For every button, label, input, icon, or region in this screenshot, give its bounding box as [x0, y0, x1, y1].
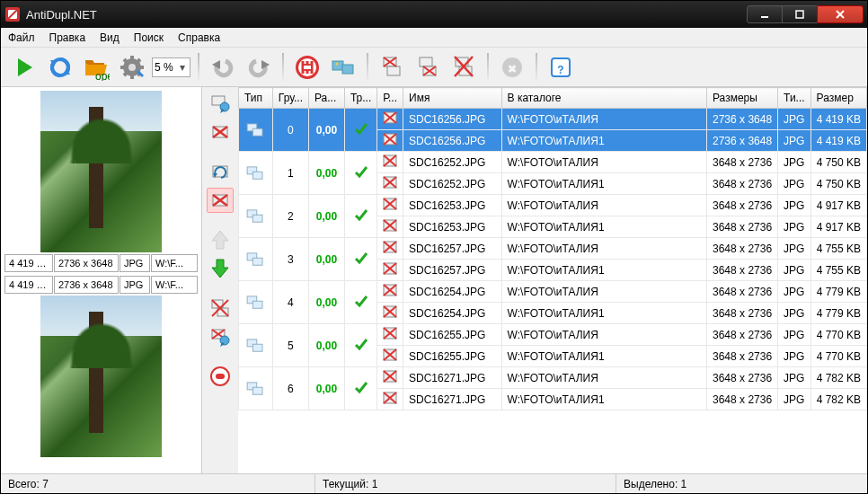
file-type: JPG [778, 260, 811, 281]
file-dir: W:\FOTO\иТАЛИЯ [501, 281, 706, 303]
svg-point-12 [128, 64, 136, 71]
file-size: 4 917 KB [810, 216, 866, 238]
table-row[interactable]: 00,00SDC16256.JPGW:\FOTO\иТАЛИЯ2736 x 36… [239, 109, 867, 130]
delete-icon[interactable] [377, 389, 403, 410]
preview-second-info: 4 419 KB 2736 x 3648 JPG W:\F... [4, 274, 198, 296]
type-icon [239, 152, 273, 195]
action-rotate-button[interactable] [207, 159, 234, 184]
file-dim: 3648 x 2736 [707, 324, 778, 346]
file-name: SDC16257.JPG [403, 260, 502, 281]
table-row[interactable]: 20,00SDC16253.JPGW:\FOTO\иТАЛИЯ3648 x 27… [239, 195, 867, 216]
column-header[interactable]: Размер [810, 88, 866, 109]
type-icon [239, 281, 273, 324]
group-index: 5 [272, 324, 308, 367]
column-header[interactable]: Гру... [272, 88, 308, 109]
delete-icon[interactable] [377, 109, 403, 130]
threshold-value: 5 % [155, 61, 173, 74]
open-folder-button[interactable]: open [80, 51, 112, 84]
file-name: SDC16255.JPG [403, 346, 502, 367]
preview-panel: 4 419 KB 2736 x 3648 JPG W:\F... 4 419 K… [1, 87, 202, 473]
action-swap-delete[interactable] [207, 324, 234, 349]
delete-icon[interactable] [377, 303, 403, 324]
delete-pair-2-button[interactable] [412, 51, 444, 84]
delete-icon[interactable] [377, 324, 403, 346]
delete-icon[interactable] [377, 152, 403, 173]
menu-file[interactable]: Файл [8, 31, 35, 44]
action-stop[interactable] [207, 364, 234, 389]
preview-image-first[interactable] [4, 91, 198, 252]
table-row[interactable]: 10,00SDC16252.JPGW:\FOTO\иТАЛИЯ3648 x 27… [239, 152, 867, 173]
column-header[interactable]: Р... [377, 88, 403, 109]
compare-images-button[interactable] [327, 51, 359, 84]
delete-icon[interactable] [377, 367, 403, 389]
delete-icon[interactable] [377, 195, 403, 216]
stop-button[interactable] [291, 51, 323, 84]
column-header[interactable]: Имя [403, 88, 502, 109]
statusbar: Всего: 7 Текущий: 1 Выделено: 1 [1, 473, 867, 493]
column-header[interactable]: Ра... [309, 88, 345, 109]
column-header[interactable]: Тр... [344, 88, 376, 109]
settings-button[interactable] [116, 51, 148, 84]
file-type: JPG [778, 173, 811, 195]
action-delete-second[interactable] [207, 188, 234, 213]
action-delete-first[interactable] [207, 119, 234, 145]
start-search-button[interactable] [8, 51, 40, 84]
svg-rect-88 [253, 215, 263, 222]
file-dim: 3648 x 2736 [707, 195, 778, 216]
maximize-button[interactable] [782, 5, 818, 23]
delete-pair-1-button[interactable] [376, 51, 408, 84]
file-size: 4 779 KB [810, 281, 866, 303]
file-dir: W:\FOTO\иТАЛИЯ [501, 152, 706, 173]
menu-help[interactable]: Справка [178, 31, 220, 44]
column-header[interactable]: Ти... [778, 88, 811, 109]
column-header[interactable]: В каталоге [501, 88, 706, 109]
svg-marker-59 [212, 260, 228, 278]
action-auto-button[interactable] [207, 91, 234, 116]
svg-rect-27 [304, 66, 311, 69]
action-move-down[interactable] [207, 256, 234, 281]
delete-icon[interactable] [377, 260, 403, 281]
table-row[interactable]: 40,00SDC16254.JPGW:\FOTO\иТАЛИЯ3648 x 27… [239, 281, 867, 303]
table-row[interactable]: 50,00SDC16255.JPGW:\FOTO\иТАЛИЯ3648 x 27… [239, 324, 867, 346]
threshold-select[interactable]: 5 % ▾ [152, 57, 190, 77]
minimize-button[interactable] [747, 5, 783, 23]
redo-button[interactable] [243, 51, 275, 84]
table-row[interactable]: 30,00SDC16257.JPGW:\FOTO\иТАЛИЯ3648 x 27… [239, 238, 867, 260]
status-current: 1 [372, 478, 378, 490]
status-current-label: Текущий: [323, 478, 368, 490]
delete-icon[interactable] [377, 130, 403, 152]
help-button[interactable]: ? [545, 51, 577, 84]
column-header[interactable]: Размеры [707, 88, 778, 109]
status-selected: 1 [681, 478, 687, 490]
svg-rect-32 [387, 66, 400, 75]
file-type: JPG [778, 303, 811, 324]
svg-text:open: open [95, 70, 110, 81]
action-delete-both[interactable] [207, 296, 234, 321]
file-type: JPG [778, 216, 811, 238]
delete-icon[interactable] [377, 281, 403, 303]
file-dim: 3648 x 2736 [707, 281, 778, 303]
menu-view[interactable]: Вид [100, 31, 120, 44]
file-dim: 3648 x 2736 [707, 238, 778, 260]
menu-edit[interactable]: Правка [49, 31, 86, 44]
results-table-area[interactable]: ТипГру...Ра...Тр...Р...ИмяВ каталогеРазм… [238, 87, 867, 473]
preview-first-info: 4 419 KB 2736 x 3648 JPG W:\F... [4, 252, 198, 274]
delete-icon[interactable] [377, 346, 403, 367]
column-header[interactable]: Тип [239, 88, 273, 109]
action-move-up[interactable] [207, 227, 234, 252]
delete-icon[interactable] [377, 238, 403, 260]
file-size: 4 419 KB [810, 130, 866, 152]
svg-rect-4 [796, 11, 803, 18]
results-table: ТипГру...Ра...Тр...Р...ИмяВ каталогеРазм… [238, 87, 867, 410]
menu-search[interactable]: Поиск [134, 31, 164, 44]
close-button[interactable] [817, 5, 864, 23]
preview-image-second[interactable] [4, 296, 198, 470]
refresh-button[interactable] [44, 51, 76, 84]
table-row[interactable]: 60,00SDC16271.JPGW:\FOTO\иТАЛИЯ3648 x 27… [239, 367, 867, 389]
delete-both-button[interactable] [447, 51, 480, 84]
delete-icon[interactable] [377, 216, 403, 238]
type-icon [239, 238, 273, 281]
mistake-button[interactable]: ✖ [496, 51, 528, 84]
delete-icon[interactable] [377, 173, 403, 195]
undo-button[interactable] [207, 51, 239, 84]
